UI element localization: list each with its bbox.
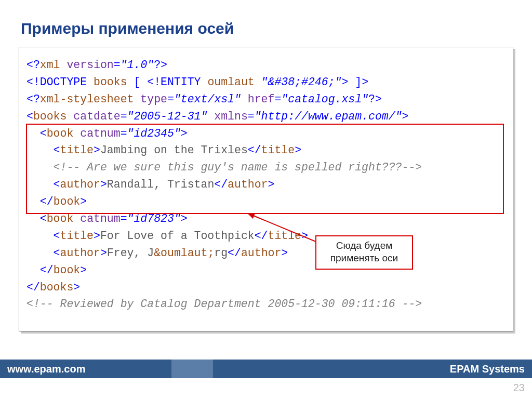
footer-company: EPAM Systems — [213, 360, 532, 378]
callout-line-2: применять оси — [323, 252, 406, 264]
callout-box: Сюда будем применять оси — [315, 235, 413, 270]
code-block-container: <?xml version="1.0"?> <!DOCTYPE books [ … — [19, 47, 513, 331]
code-content: <?xml version="1.0"?> <!DOCTYPE books [ … — [26, 57, 506, 313]
footer-bar: www.epam.com EPAM Systems — [0, 360, 532, 378]
footer-url: www.epam.com — [0, 360, 171, 378]
callout-line-1: Сюда будем — [323, 240, 406, 252]
slide: Примеры применения осей <?xml version="1… — [0, 0, 532, 399]
page-number: 23 — [513, 382, 525, 394]
code-block: <?xml version="1.0"?> <!DOCTYPE books [ … — [19, 47, 513, 331]
footer-divider — [171, 360, 213, 378]
slide-title: Примеры применения осей — [21, 20, 234, 37]
